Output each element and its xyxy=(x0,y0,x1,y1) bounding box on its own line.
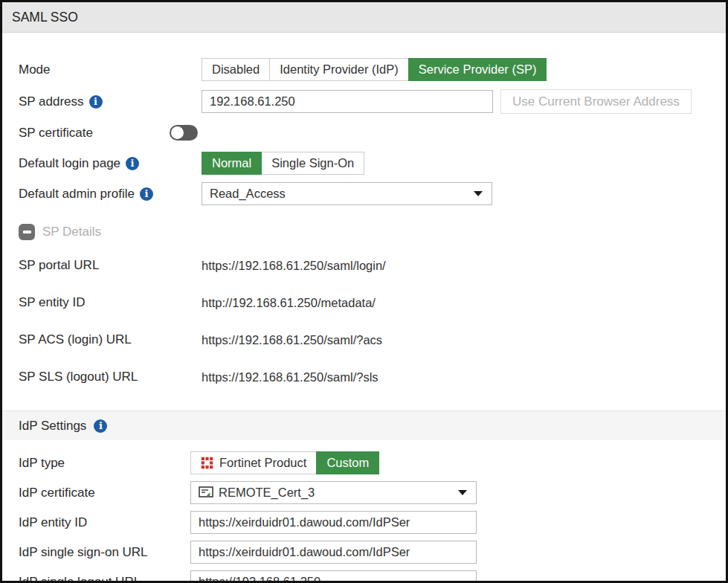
sp-acs-url-label: SP ACS (login) URL xyxy=(19,332,202,347)
selected-admin-profile: Read_Access xyxy=(210,187,474,201)
idp-settings-title: IdP Settings xyxy=(19,419,86,434)
info-icon[interactable]: i xyxy=(89,95,103,109)
sp-address-label: SP address i xyxy=(19,94,202,109)
certificate-icon xyxy=(199,486,213,499)
default-admin-profile-label: Default admin profile i xyxy=(19,187,202,202)
collapse-icon[interactable] xyxy=(19,224,35,240)
default-login-page-label: Default login page i xyxy=(19,156,202,171)
default-login-page-segmented-control: Normal Single Sign-On xyxy=(202,152,364,175)
sp-details-title: SP Details xyxy=(42,225,101,239)
idp-type-option-custom[interactable]: Custom xyxy=(316,451,379,474)
mode-option-disabled[interactable]: Disabled xyxy=(202,58,270,81)
sp-sls-url-row: SP SLS (logout) URL https://192.168.61.2… xyxy=(2,362,726,392)
mode-segmented-control: Disabled Identity Provider (IdP) Service… xyxy=(202,58,547,81)
idp-settings-header: IdP Settings i xyxy=(2,410,726,440)
idp-settings-form: IdP type Fortinet Product Custom xyxy=(2,440,726,583)
sp-sls-url-value: https://192.168.61.250/saml/?sls xyxy=(202,370,379,384)
idp-single-sign-on-url-label: IdP single sign-on URL xyxy=(19,545,190,560)
sp-certificate-row: SP certificate xyxy=(2,121,726,144)
mode-row: Mode Disabled Identity Provider (IdP) Se… xyxy=(2,58,726,81)
default-admin-profile-select[interactable]: Read_Access xyxy=(202,182,492,205)
panel-title: SAML SSO xyxy=(12,10,78,25)
idp-entity-id-input[interactable] xyxy=(190,511,477,534)
use-current-browser-address-button[interactable]: Use Current Browser Address xyxy=(500,89,692,114)
sp-entity-id-label: SP entity ID xyxy=(19,295,202,310)
fortinet-logo-icon xyxy=(201,457,213,469)
sp-settings-form: Mode Disabled Identity Provider (IdP) Se… xyxy=(2,33,726,392)
info-icon[interactable]: i xyxy=(126,157,139,170)
sp-portal-url-value: https://192.168.61.250/saml/login/ xyxy=(202,259,386,273)
idp-certificate-row: IdP certificate REMOTE_Cert_3 xyxy=(2,481,726,504)
sp-sls-url-label: SP SLS (logout) URL xyxy=(19,370,202,384)
idp-single-logout-url-row: IdP single logout URL xyxy=(2,570,726,583)
info-icon[interactable]: i xyxy=(94,419,107,433)
sp-address-input[interactable] xyxy=(202,90,493,113)
login-page-option-normal[interactable]: Normal xyxy=(202,152,262,175)
default-login-page-row: Default login page i Normal Single Sign-… xyxy=(2,152,726,175)
idp-single-sign-on-url-input[interactable] xyxy=(190,541,477,564)
idp-type-label: IdP type xyxy=(19,456,190,471)
sp-portal-url-row: SP portal URL https://192.168.61.250/sam… xyxy=(2,251,726,280)
info-icon[interactable]: i xyxy=(140,187,153,201)
idp-entity-id-row: IdP entity ID xyxy=(2,511,726,534)
login-page-option-single-sign-on[interactable]: Single Sign-On xyxy=(261,152,364,175)
toggle-knob xyxy=(171,126,184,139)
sp-acs-url-row: SP ACS (login) URL https://192.168.61.25… xyxy=(2,325,726,355)
idp-single-logout-url-label: IdP single logout URL xyxy=(19,575,190,583)
idp-single-logout-url-input[interactable] xyxy=(190,570,477,583)
sp-address-row: SP address i Use Current Browser Address xyxy=(2,89,726,114)
idp-single-sign-on-url-row: IdP single sign-on URL xyxy=(2,541,726,564)
saml-sso-panel: SAML SSO Mode Disabled Identity Provider… xyxy=(0,0,728,583)
sp-certificate-toggle[interactable] xyxy=(170,125,198,141)
chevron-down-icon xyxy=(458,490,467,495)
sp-details-header: SP Details xyxy=(2,221,726,243)
sp-portal-url-label: SP portal URL xyxy=(19,258,202,273)
sp-entity-id-value: http://192.168.61.250/metadata/ xyxy=(202,296,376,310)
mode-label: Mode xyxy=(19,62,202,77)
idp-type-row: IdP type Fortinet Product Custom xyxy=(2,451,726,474)
chevron-down-icon xyxy=(474,191,483,196)
mode-option-idp[interactable]: Identity Provider (IdP) xyxy=(269,58,409,81)
mode-option-sp[interactable]: Service Provider (SP) xyxy=(408,58,547,81)
sp-acs-url-value: https://192.168.61.250/saml/?acs xyxy=(202,333,382,347)
sp-entity-id-row: SP entity ID http://192.168.61.250/metad… xyxy=(2,288,726,318)
selected-idp-certificate: REMOTE_Cert_3 xyxy=(199,486,458,500)
idp-type-option-fortinet-product[interactable]: Fortinet Product xyxy=(190,451,317,474)
idp-certificate-label: IdP certificate xyxy=(19,486,190,500)
panel-header: SAML SSO xyxy=(2,2,726,33)
idp-certificate-select[interactable]: REMOTE_Cert_3 xyxy=(190,481,477,504)
default-admin-profile-row: Default admin profile i Read_Access xyxy=(2,182,726,205)
idp-type-segmented-control: Fortinet Product Custom xyxy=(190,451,379,474)
idp-entity-id-label: IdP entity ID xyxy=(19,515,190,530)
